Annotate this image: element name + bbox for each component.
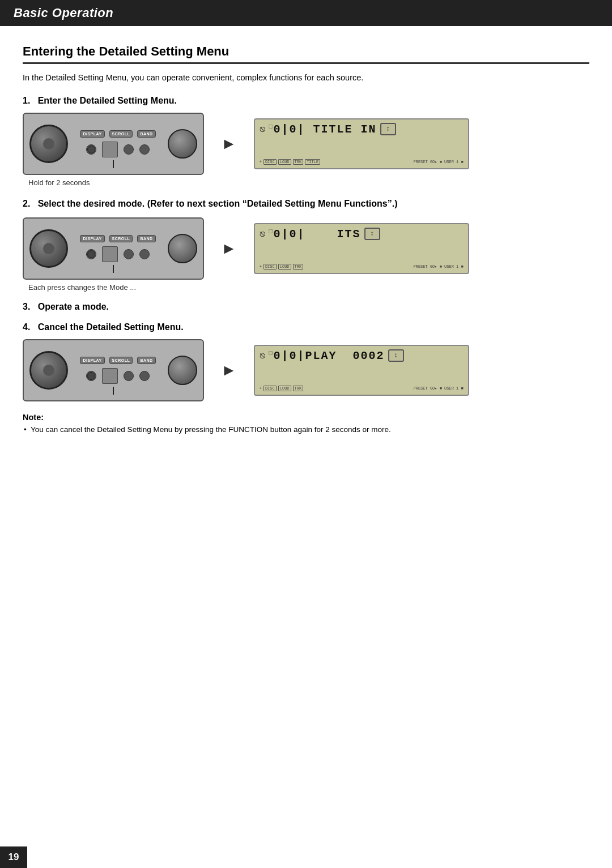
- header-title: Basic Operation: [14, 6, 113, 20]
- nav-arrows-2: ↕: [370, 230, 374, 238]
- lcd-main-text-1: ⬚0|0| TITLE IN: [269, 123, 377, 136]
- scroll-btn-4[interactable]: SCROLL: [109, 357, 133, 364]
- arrow-2: ►: [221, 240, 237, 258]
- title-label-1: TITLE: [305, 159, 320, 165]
- lcd-display-4: ⎋ ⬚0|0|PLAY 0002 ↕ + DISC LOUD TRK PRESE…: [254, 345, 469, 396]
- disc-label-2: DISC: [264, 264, 277, 270]
- step-2-section: 2. Select the desired mode. (Refer to ne…: [23, 197, 589, 292]
- trk-label-4: TRK: [293, 386, 304, 391]
- step-2-heading: 2. Select the desired mode. (Refer to ne…: [23, 197, 589, 211]
- round-btn-4b[interactable]: [124, 371, 134, 381]
- step-4-section: 4. Cancel the Detailed Setting Menu. DIS…: [23, 322, 589, 401]
- disc-label-4: DISC: [264, 386, 277, 391]
- step-1-heading: 1. Enter the Detailed Setting Menu.: [23, 96, 589, 106]
- round-btn-4c[interactable]: [139, 371, 150, 381]
- fn-line-2: [113, 265, 114, 273]
- page-number: 19: [0, 846, 27, 868]
- rect-btn-2[interactable]: [102, 246, 118, 262]
- trk-label-2: TRK: [293, 264, 304, 270]
- round-btn-1c[interactable]: [139, 144, 150, 155]
- step-4-device-row: DISPLAY SCROLL BAND: [23, 339, 589, 401]
- intro-text: In the Detailed Setting Menu, you can op…: [23, 72, 589, 84]
- display-btn-4[interactable]: DISPLAY: [80, 357, 104, 364]
- lcd-preset-4: PRESET GO▸ ■ USER 1 ■: [413, 386, 463, 391]
- lcd-top-row-4: ⎋ ⬚0|0|PLAY 0002 ↕: [260, 349, 464, 362]
- round-btn-2b[interactable]: [124, 249, 134, 259]
- right-knob-2: [168, 234, 197, 263]
- top-buttons-2: DISPLAY SCROLL BAND: [80, 235, 155, 242]
- device-panel-1: DISPLAY SCROLL BAND: [23, 113, 204, 175]
- step-2-caption: Each press changes the Mode ...: [28, 283, 589, 292]
- center-area-4: DISPLAY SCROLL BAND: [73, 357, 163, 384]
- nav-box-1: ↕: [380, 123, 396, 135]
- fn-line-4: [113, 387, 114, 395]
- lcd-bottom-labels-1: + DISC LOUD TRK TITLE PRESET GO▸ ■ USER …: [260, 159, 464, 165]
- nav-box-2: ↕: [364, 228, 380, 240]
- band-btn-2[interactable]: BAND: [137, 235, 155, 242]
- lcd-bottom-labels-4: + DISC LOUD TRK PRESET GO▸ ■ USER 1 ■: [260, 386, 464, 391]
- lcd-display-1: ⎋ ⬚0|0| TITLE IN ↕ + DISC LOUD TRK TITLE…: [254, 118, 469, 169]
- lcd-main-text-2: ⬚0|0| ITS: [269, 228, 361, 241]
- note-title: Note:: [23, 413, 589, 422]
- device-panel-4: DISPLAY SCROLL BAND: [23, 339, 204, 401]
- display-btn-1[interactable]: DISPLAY: [80, 130, 104, 138]
- scroll-btn-2[interactable]: SCROLL: [109, 235, 133, 242]
- device-panel-2: DISPLAY SCROLL BAND: [23, 217, 204, 280]
- band-btn-1[interactable]: BAND: [137, 130, 155, 138]
- round-btn-2a[interactable]: [86, 249, 96, 259]
- loud-label-4: LOUD: [278, 386, 291, 391]
- step-2-device-row: DISPLAY SCROLL BAND: [23, 217, 589, 280]
- lcd-main-text-4: ⬚0|0|PLAY 0002: [269, 349, 385, 362]
- note-section: Note: You can cancel the Detailed Settin…: [23, 413, 589, 436]
- header-bar: Basic Operation: [0, 0, 612, 26]
- step-4-heading: 4. Cancel the Detailed Setting Menu.: [23, 322, 589, 332]
- rect-btn-4[interactable]: [102, 368, 118, 384]
- nav-arrows-1: ↕: [386, 125, 390, 133]
- round-btn-1a[interactable]: [86, 144, 96, 155]
- lcd-display-2: ⎋ ⬚0|0| ITS ↕ + DISC LOUD TRK PRESET GO▸…: [254, 223, 469, 274]
- arrow-4: ►: [221, 361, 237, 379]
- lcd-top-row-1: ⎋ ⬚0|0| TITLE IN ↕: [260, 123, 464, 136]
- lcd-icon-2: ⎋: [260, 228, 266, 240]
- top-buttons-1: DISPLAY SCROLL BAND: [80, 130, 155, 138]
- lcd-bottom-labels-2: + DISC LOUD TRK PRESET GO▸ ■ USER 1 ■: [260, 264, 464, 270]
- loud-label-1: LOUD: [278, 159, 291, 165]
- round-btn-2c[interactable]: [139, 249, 150, 259]
- lcd-icon-4: ⎋: [260, 349, 266, 362]
- round-btn-4a[interactable]: [86, 371, 96, 381]
- step-1-section: 1. Enter the Detailed Setting Menu. DISP…: [23, 96, 589, 187]
- bottom-buttons-1: [86, 142, 150, 157]
- main-content: Entering the Detailed Setting Menu In th…: [0, 26, 612, 459]
- bottom-buttons-4: [86, 368, 150, 384]
- step-1-caption: Hold for 2 seconds: [28, 178, 589, 187]
- step-1-device-row: DISPLAY SCROLL BAND: [23, 113, 589, 175]
- center-area-2: DISPLAY SCROLL BAND: [73, 235, 163, 262]
- fn-line-1: [113, 160, 114, 168]
- round-btn-1b[interactable]: [124, 144, 134, 155]
- right-knob-1: [168, 129, 197, 159]
- band-btn-4[interactable]: BAND: [137, 357, 155, 364]
- loud-label-2: LOUD: [278, 264, 291, 270]
- bottom-buttons-2: [86, 246, 150, 262]
- rect-btn-1[interactable]: [102, 142, 118, 157]
- inner-btn-4a: [87, 372, 95, 380]
- lcd-icon-1: ⎋: [260, 123, 266, 135]
- left-knob-1: [29, 125, 68, 163]
- left-knob-4: [29, 351, 68, 390]
- left-knob-2: [29, 229, 68, 268]
- scroll-btn-1[interactable]: SCROLL: [109, 130, 133, 138]
- right-knob-4: [168, 356, 197, 385]
- inner-btn-2a: [87, 250, 95, 258]
- display-btn-2[interactable]: DISPLAY: [80, 235, 104, 242]
- lcd-preset-2: PRESET GO▸ ■ USER 1 ■: [413, 264, 463, 269]
- lcd-top-row-2: ⎋ ⬚0|0| ITS ↕: [260, 228, 464, 241]
- disc-label-1: DISC: [264, 159, 277, 165]
- lcd-preset-1: PRESET GO▸ ■ USER 1 ■: [413, 160, 463, 164]
- section-heading: Entering the Detailed Setting Menu: [23, 44, 589, 64]
- note-text: You can cancel the Detailed Setting Menu…: [31, 424, 589, 436]
- step-3-heading: 3. Operate a mode.: [23, 302, 589, 312]
- inner-btn-1a: [87, 146, 95, 153]
- arrow-1: ►: [221, 135, 237, 153]
- center-area-1: DISPLAY SCROLL BAND: [73, 130, 163, 157]
- top-buttons-4: DISPLAY SCROLL BAND: [80, 357, 155, 364]
